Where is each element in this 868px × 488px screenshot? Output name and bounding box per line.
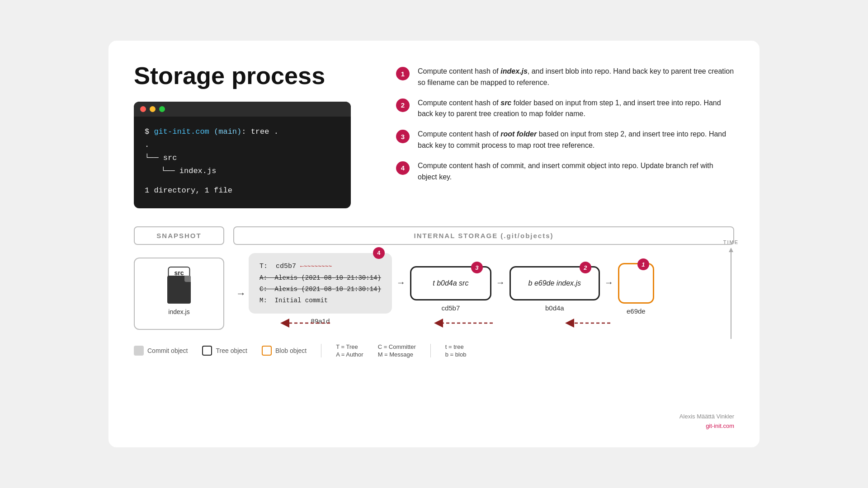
- step-badge-3: 3: [396, 130, 410, 143]
- step-list: 1 Compute content hash of index.js, and …: [396, 66, 734, 183]
- close-dot: [140, 106, 146, 112]
- step-text-4: Compute content hash of commit, and inse…: [418, 160, 734, 183]
- commit-t-line: T: cd5b7 ←~~~~~~~~: [259, 260, 381, 272]
- snapshot-to-internal-arrow: →: [236, 288, 246, 300]
- top-section: Storage process $ git-init.com (main): t…: [134, 62, 734, 208]
- step-item-2: 2 Compute content hash of src folder bas…: [396, 98, 734, 120]
- file-doc: [167, 276, 191, 304]
- page-title: Storage process: [134, 62, 369, 89]
- terminal-titlebar: [134, 102, 351, 117]
- time-line: [731, 252, 731, 339]
- terminal-rest: : tree .: [241, 127, 278, 136]
- commit-m-line: M: Initial commit: [259, 295, 381, 306]
- step-item-3: 3 Compute content hash of root folder ba…: [396, 129, 734, 151]
- section-labels: SNAPSHOT INTERNAL STORAGE (.git/objects): [134, 226, 734, 245]
- commit-c-line: C: Alexis (2021-08-10 21:30:14): [259, 284, 381, 295]
- commit-legend-label: Commit object: [147, 347, 188, 354]
- blob-tree-text: b e69de index.js: [528, 279, 581, 287]
- main-card: Storage process $ git-init.com (main): t…: [108, 41, 760, 447]
- abbr5: t = tree: [445, 343, 467, 350]
- snapshot-box: src index.js: [134, 258, 224, 330]
- commit-to-tree-arrow: →: [396, 277, 406, 288]
- legend: Commit object Tree object Blob object T …: [134, 343, 734, 358]
- tree-swatch: [202, 346, 212, 356]
- tree-text: t b0d4a src: [433, 279, 468, 287]
- commit-box: 4 T: cd5b7 ←~~~~~~~~ A: Alexis (2021-08-…: [249, 253, 392, 314]
- blob-badge: 1: [637, 258, 649, 270]
- commit-hash: 89a1d: [311, 317, 330, 325]
- terminal-line-3: └── src: [145, 152, 340, 165]
- commit-object-col: 4 T: cd5b7 ←~~~~~~~~ A: Alexis (2021-08-…: [249, 253, 392, 325]
- terminal-line-4: └── index.js: [145, 165, 340, 178]
- step-badge-4: 4: [396, 161, 410, 175]
- commit-badge: 4: [373, 247, 385, 259]
- terminal-line-2: .: [145, 139, 340, 152]
- terminal-branch: (main): [209, 127, 241, 136]
- terminal: $ git-init.com (main): tree . . └── src …: [134, 102, 351, 208]
- terminal-line-1: $ git-init.com (main): tree .: [145, 126, 340, 139]
- tree-legend-label: Tree object: [216, 347, 247, 354]
- internal-area: 4 T: cd5b7 ←~~~~~~~~ A: Alexis (2021-08-…: [249, 253, 734, 325]
- abbr2: A = Author: [336, 351, 363, 358]
- diagram-row: src index.js → 4: [134, 253, 734, 330]
- commit-a-line: A: Alexis (2021-08-10 21:30:14): [259, 272, 381, 284]
- tree-hash: cd5b7: [441, 304, 460, 312]
- terminal-line-5: 1 directory, 1 file: [145, 184, 340, 197]
- blob-hash: e69de: [627, 307, 646, 315]
- step-badge-1: 1: [396, 67, 410, 80]
- step-item-4: 4 Compute content hash of commit, and in…: [396, 160, 734, 183]
- legend-tree: Tree object: [202, 346, 247, 356]
- blob-tree-badge: 2: [580, 262, 591, 273]
- legend-divider-2: [430, 344, 431, 357]
- blob-tree-to-blob-arrow: →: [604, 277, 613, 288]
- tree-badge: 3: [471, 262, 483, 273]
- blob-tree-object-col: 2 b e69de index.js b0d4a: [509, 266, 600, 312]
- left-column: Storage process $ git-init.com (main): t…: [134, 62, 369, 208]
- snapshot-label: SNAPSHOT: [134, 226, 224, 245]
- legend-abbr-group-3: t = tree b = blob: [445, 343, 467, 358]
- abbr6: b = blob: [445, 351, 467, 358]
- legend-abbr-group-2: C = Committer M = Message: [378, 343, 416, 358]
- legend-abbr-group-1: T = Tree A = Author: [336, 343, 363, 358]
- abbr3: M = Message: [378, 351, 416, 358]
- time-arrowhead: [729, 248, 733, 252]
- step-badge-2: 2: [396, 99, 410, 112]
- step-item-1: 1 Compute content hash of index.js, and …: [396, 66, 734, 89]
- blob-swatch: [262, 346, 272, 356]
- time-label: TIME: [723, 239, 739, 245]
- blob-tree-box: 2 b e69de index.js: [509, 266, 600, 300]
- blob-object-col: 1 e69de: [618, 263, 654, 315]
- commit-swatch: [134, 346, 144, 356]
- author-credit: Alexis Määttä Vinkler git-init.com: [679, 412, 734, 431]
- objects-row: 4 T: cd5b7 ←~~~~~~~~ A: Alexis (2021-08-…: [249, 253, 734, 325]
- objects-container: 4 T: cd5b7 ←~~~~~~~~ A: Alexis (2021-08-…: [249, 253, 734, 325]
- blob-legend-label: Blob object: [275, 347, 307, 354]
- time-axis: TIME: [723, 239, 739, 339]
- minimize-dot: [150, 106, 156, 112]
- internal-label: INTERNAL STORAGE (.git/objects): [233, 226, 734, 245]
- bottom-section: SNAPSHOT INTERNAL STORAGE (.git/objects)…: [134, 226, 734, 358]
- terminal-cmd: git-init.com: [154, 127, 209, 136]
- legend-divider-1: [321, 344, 321, 357]
- maximize-dot: [159, 106, 165, 112]
- step-text-1: Compute content hash of index.js, and in…: [418, 66, 734, 89]
- tree-box: 3 t b0d4a src: [410, 266, 491, 300]
- legend-commit: Commit object: [134, 346, 188, 356]
- abbr1: T = Tree: [336, 343, 363, 350]
- tree-to-blob-arrow: →: [496, 277, 505, 288]
- blob-tree-hash: b0d4a: [545, 304, 564, 312]
- blob-box: 1: [618, 263, 654, 304]
- tree-object-col: 3 t b0d4a src cd5b7: [410, 266, 491, 312]
- snap-filename: index.js: [168, 308, 189, 315]
- terminal-prompt: $: [145, 127, 154, 136]
- author-url[interactable]: git-init.com: [706, 422, 734, 429]
- legend-blob: Blob object: [262, 346, 307, 356]
- author-name: Alexis Määttä Vinkler: [679, 412, 734, 422]
- step-text-3: Compute content hash of root folder base…: [418, 129, 734, 151]
- right-column: 1 Compute content hash of index.js, and …: [396, 62, 734, 208]
- abbr4: C = Committer: [378, 343, 416, 350]
- terminal-body: $ git-init.com (main): tree . . └── src …: [134, 117, 351, 208]
- step-text-2: Compute content hash of src folder based…: [418, 98, 734, 120]
- folder-icon: src: [167, 272, 191, 304]
